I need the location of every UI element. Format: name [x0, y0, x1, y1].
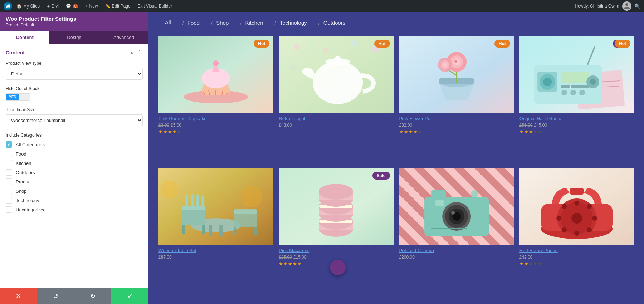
product-stars-1: ★★★★★	[158, 129, 273, 134]
product-title-6[interactable]: Pink Macarons	[279, 248, 393, 253]
star-4-product-3: ★	[413, 129, 418, 134]
product-image-7[interactable]	[399, 168, 514, 245]
product-view-type-select[interactable]: Default List Grid	[6, 68, 143, 80]
product-badge-3: Hot	[494, 40, 510, 48]
sidebar: Woo Product Filter Settings Preset: Defa…	[0, 12, 148, 304]
category-checkbox-5[interactable]	[6, 188, 12, 194]
product-title-1[interactable]: Pink Gourmet Cupcake	[158, 116, 273, 121]
star-4-product-6: ★	[293, 261, 297, 266]
svg-point-75	[471, 190, 478, 197]
star-5-product-3: ★	[418, 129, 422, 134]
category-item-technology[interactable]: Technology	[6, 197, 143, 204]
product-title-5[interactable]: Wooden Table Set	[158, 248, 273, 253]
product-title-7[interactable]: Polaroid Camera	[399, 248, 514, 253]
filter-tab-kitchen[interactable]: /Kitchen	[234, 18, 269, 28]
edit-page-menu[interactable]: ✏️ Edit Page	[102, 0, 133, 12]
svg-line-39	[587, 47, 595, 65]
tab-design[interactable]: Design	[49, 31, 99, 44]
star-5-product-6: ★	[297, 261, 302, 266]
redo-button[interactable]: ↻	[74, 288, 112, 304]
filter-tab-shop[interactable]: /Shop	[205, 18, 234, 28]
edit-icon: ✏️	[105, 4, 111, 9]
undo-button[interactable]: ↺	[37, 288, 74, 304]
filter-tab-food[interactable]: /Food	[177, 18, 205, 28]
category-item-all-categories[interactable]: All Categories	[6, 141, 143, 148]
category-item-outdoors[interactable]: Outdoors	[6, 169, 143, 176]
product-title-3[interactable]: Pink Flower Pot	[399, 116, 514, 121]
product-image-1[interactable]: Hot	[158, 36, 273, 113]
product-image-6[interactable]: Sale	[279, 168, 393, 245]
svg-point-10	[313, 61, 363, 104]
filter-tab-technology[interactable]: /Technology	[269, 18, 312, 28]
svg-rect-31	[561, 72, 589, 83]
home-icon: 🏠	[16, 4, 22, 9]
category-checkbox-0[interactable]	[6, 141, 12, 148]
category-item-kitchen[interactable]: Kitchen	[6, 160, 143, 166]
category-checkbox-4[interactable]	[6, 178, 12, 185]
product-view-type-label: Product View Type	[6, 61, 143, 66]
search-icon[interactable]: 🔍	[634, 3, 640, 9]
tab-label-food: Food	[187, 20, 200, 26]
exit-visual-builder-menu[interactable]: Exit Visual Builder	[135, 0, 175, 12]
product-image-4[interactable]: SaleHot	[519, 36, 634, 113]
category-label-4: Product	[16, 179, 32, 185]
sidebar-preset[interactable]: Preset: Default	[6, 23, 143, 28]
svg-rect-52	[201, 196, 204, 207]
plus-icon: +	[86, 4, 88, 9]
filter-tab-outdoors[interactable]: /Outdoors	[313, 18, 351, 28]
svg-point-84	[592, 216, 597, 221]
product-title-2[interactable]: Retro Teapot	[279, 116, 393, 121]
product-image-2[interactable]: Hot	[279, 36, 393, 113]
category-item-shop[interactable]: Shop	[6, 188, 143, 194]
price-new-6: £15.00	[293, 255, 307, 260]
collapse-arrow[interactable]: ▲	[129, 50, 134, 55]
product-badge-2: Hot	[374, 40, 390, 48]
user-avatar[interactable]	[622, 1, 631, 11]
category-label-1: Food	[16, 151, 26, 157]
category-checkbox-3[interactable]	[6, 169, 12, 176]
product-title-8[interactable]: Red Rotary Phone	[519, 248, 634, 253]
cancel-button[interactable]: ✕	[0, 288, 37, 304]
product-badge-1: Hot	[254, 40, 269, 48]
star-4-product-1: ★	[172, 129, 177, 134]
price-old-6: £25.00	[279, 255, 292, 260]
category-item-food[interactable]: Food	[6, 151, 143, 157]
category-checkbox-6[interactable]	[6, 197, 12, 204]
thumbnail-size-select[interactable]: Woocommerce Thumbnail Small Medium Large…	[6, 114, 143, 126]
divi-menu[interactable]: ◈ Divi	[44, 0, 62, 12]
fab-button[interactable]: ⋯	[330, 260, 346, 275]
undo-icon: ↺	[53, 292, 58, 300]
wordpress-icon[interactable]: W	[4, 2, 12, 10]
comments-menu[interactable]: 💬 0	[63, 0, 81, 12]
product-stars-3: ★★★★★	[399, 129, 514, 134]
category-label-5: Shop	[16, 188, 26, 194]
tab-advanced[interactable]: Advanced	[99, 31, 148, 44]
section-options[interactable]: ⋮	[136, 49, 143, 56]
product-title-4[interactable]: Original Hand Radio	[519, 116, 634, 121]
category-checkbox-1[interactable]	[6, 151, 12, 157]
tab-slash-2: /	[211, 20, 213, 26]
svg-point-35	[570, 90, 576, 95]
my-sites-menu[interactable]: 🏠 My Sites	[14, 0, 43, 12]
category-item-product[interactable]: Product	[6, 178, 143, 185]
product-image-8[interactable]	[519, 168, 634, 245]
category-checkbox-7[interactable]	[6, 206, 12, 213]
new-menu[interactable]: + New	[83, 0, 101, 12]
include-categories-group: Include Categories All CategoriesFoodKit…	[6, 133, 143, 213]
star-1-product-1: ★	[158, 129, 163, 134]
save-button[interactable]: ✓	[111, 288, 148, 304]
category-checkbox-2[interactable]	[6, 160, 12, 166]
product-card-6: SalePink Macarons£25.00£15.00★★★★★	[276, 165, 396, 297]
product-image-5[interactable]	[158, 168, 273, 245]
tab-content[interactable]: Content	[0, 31, 49, 44]
filter-tab-all[interactable]: All	[159, 17, 177, 28]
svg-rect-76	[435, 200, 444, 206]
hide-out-of-stock-toggle[interactable]: YES	[6, 93, 30, 101]
product-stars-8: ★★★★★	[519, 261, 634, 266]
product-image-3[interactable]: Hot	[399, 36, 514, 113]
svg-point-82	[574, 201, 579, 206]
sidebar-tabs: Content Design Advanced	[0, 31, 148, 44]
toggle-no[interactable]	[19, 96, 30, 99]
category-item-uncategorized[interactable]: Uncategorized	[6, 206, 143, 213]
toggle-yes[interactable]: YES	[6, 94, 19, 100]
